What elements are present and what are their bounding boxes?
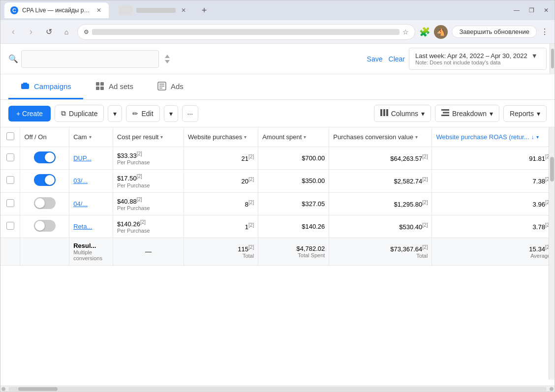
save-button[interactable]: Save: [367, 55, 383, 63]
reports-button[interactable]: Reports ▾: [503, 105, 547, 122]
duplicate-button[interactable]: ⧉ Duplicate: [55, 105, 104, 122]
footer-wp-cell: 115[2] Total: [184, 238, 258, 266]
select-all-header[interactable]: [0, 127, 20, 147]
row4-pcv-cell: $530.40[2]: [329, 215, 432, 238]
row4-roas-cell: 3.78[2]: [432, 215, 555, 238]
back-button[interactable]: ‹: [6, 25, 20, 39]
row1-checkbox[interactable]: [6, 153, 14, 161]
minimize-button[interactable]: —: [512, 6, 521, 15]
select-all-checkbox[interactable]: [6, 132, 14, 140]
address-text: [92, 29, 400, 35]
svg-rect-4: [96, 87, 99, 90]
row2-cam-link[interactable]: 03/...: [73, 177, 88, 184]
filter-scroll: [165, 55, 170, 63]
horizontal-scrollbar[interactable]: [0, 386, 555, 392]
edit-button[interactable]: ✏ Edit: [126, 105, 159, 122]
row3-cam-cell[interactable]: 04/...: [69, 192, 113, 215]
table-v-scrollbar[interactable]: [549, 127, 555, 380]
tab-active[interactable]: C CPA Live — инсайды рынка ✕: [4, 2, 109, 18]
table-header-row: Off / On Cam ▾ Cost per result ▾: [0, 127, 555, 147]
more-options-button[interactable]: ⋮: [541, 27, 549, 36]
adsets-tab[interactable]: Ad sets: [83, 74, 145, 99]
row3-checkbox[interactable]: [6, 199, 14, 207]
row4-cam-link[interactable]: Reta...: [73, 223, 92, 230]
off-on-header: Off / On: [20, 127, 69, 147]
close-button[interactable]: ✕: [542, 6, 551, 15]
create-button[interactable]: + Create: [8, 106, 51, 121]
row2-toggle-cell[interactable]: [20, 170, 69, 192]
pcv-header[interactable]: Purchases conversion value ▾: [329, 127, 432, 147]
row1-cam-link[interactable]: DUP...: [73, 154, 92, 162]
search-input[interactable]: [21, 50, 159, 68]
more-button[interactable]: ···: [182, 105, 199, 122]
cost-header[interactable]: Cost per result ▾: [113, 127, 184, 147]
row2-cam-cell[interactable]: 03/...: [69, 170, 113, 192]
row1-checkbox-cell[interactable]: [0, 147, 20, 170]
toolbar: + Create ⧉ Duplicate ▾ ✏ Edit ▾ ··· Colu…: [0, 100, 555, 127]
row3-checkbox-cell[interactable]: [0, 192, 20, 215]
row3-toggle-cell[interactable]: [20, 192, 69, 215]
roas-sort-icon: ▾: [536, 134, 539, 140]
h-scroll-track[interactable]: [8, 387, 547, 391]
row1-roas-cell: 91.81[2]: [432, 147, 555, 170]
row3-cam-link[interactable]: 04/...: [73, 200, 88, 208]
extensions-button[interactable]: 🧩: [419, 27, 430, 37]
forward-button[interactable]: ›: [24, 25, 38, 39]
row4-amount-cell: $140.26: [258, 215, 329, 238]
row4-checkbox[interactable]: [6, 222, 14, 230]
clear-button[interactable]: Clear: [389, 55, 405, 63]
edit-dropdown-button[interactable]: ▾: [164, 105, 178, 122]
row1-cost-cell: $33.33[2] Per Purchase: [113, 147, 184, 170]
update-button[interactable]: Завершить обновление: [452, 26, 537, 38]
website-purchases-header[interactable]: Website purchases ▾: [184, 127, 258, 147]
h-scroll-thumb[interactable]: [18, 387, 58, 391]
maximize-button[interactable]: ❐: [527, 6, 536, 15]
filter-bar: 🔍 Save Clear Last week: Apr 24, 2022 – A…: [0, 44, 555, 74]
row1-cam-cell[interactable]: DUP...: [69, 147, 113, 170]
row2-toggle[interactable]: [34, 174, 56, 186]
row1-toggle-cell[interactable]: [20, 147, 69, 170]
columns-button[interactable]: Columns ▾: [374, 105, 431, 122]
row4-toggle[interactable]: [34, 220, 56, 232]
h-scroll-left[interactable]: [1, 387, 5, 391]
tab-inactive[interactable]: ✕: [113, 2, 193, 18]
row1-toggle[interactable]: [34, 151, 56, 163]
cam-header[interactable]: Cam ▾: [69, 127, 113, 147]
row2-pcv-cell: $2,582.74[2]: [329, 170, 432, 192]
nav-actions: 🧩 🐴 Завершить обновление ⋮: [419, 25, 549, 39]
row2-checkbox[interactable]: [6, 176, 14, 184]
date-range-selector[interactable]: Last week: Apr 24, 2022 – Apr 30, 2022 ▼…: [409, 48, 547, 70]
row4-checkbox-cell[interactable]: [0, 215, 20, 238]
breakdown-button[interactable]: Breakdown ▾: [435, 105, 499, 122]
roas-header[interactable]: Website purchase ROAS (retur... ↓ ▾: [432, 127, 555, 147]
nav-bar: ‹ › ↺ ⌂ ⚙ ☆ 🧩 🐴 Завершить обновление ⋮: [0, 20, 555, 44]
new-tab-button[interactable]: +: [197, 3, 211, 17]
tab2-close-button[interactable]: ✕: [180, 6, 187, 14]
reload-button[interactable]: ↺: [42, 25, 56, 39]
row3-toggle[interactable]: [34, 197, 56, 209]
address-bar[interactable]: ⚙ ☆: [77, 24, 415, 40]
h-scroll-right[interactable]: [550, 387, 554, 391]
home-button[interactable]: ⌂: [60, 25, 73, 39]
row2-checkbox-cell[interactable]: [0, 170, 20, 192]
row4-toggle-cell[interactable]: [20, 215, 69, 238]
footer-cam-cell: Resul... Multiple conversions: [69, 238, 113, 266]
profiles-button[interactable]: 🐴: [434, 25, 448, 39]
amount-spent-header[interactable]: Amount spent ▾: [258, 127, 329, 147]
table-footer-row: Resul... Multiple conversions — 115[2] T…: [0, 238, 555, 266]
date-range-text: Last week: Apr 24, 2022 – Apr 30, 2022: [415, 52, 527, 60]
svg-rect-10: [380, 109, 382, 116]
svg-rect-11: [383, 109, 385, 116]
row4-cam-cell[interactable]: Reta...: [69, 215, 113, 238]
star-icon[interactable]: ☆: [402, 28, 409, 36]
footer-cost-cell: —: [113, 238, 184, 266]
ads-icon: [157, 81, 167, 91]
tab-close-button[interactable]: ✕: [95, 6, 103, 14]
campaigns-tab[interactable]: Campaigns: [8, 74, 83, 99]
edit-icon: ✏: [132, 110, 138, 118]
duplicate-dropdown-button[interactable]: ▾: [108, 105, 122, 122]
ads-tab[interactable]: Ads: [145, 74, 195, 99]
vertical-scrollbar[interactable]: [550, 44, 555, 74]
row3-wp-cell: 8[2]: [184, 192, 258, 215]
row1-pcv-cell: $64,263.57[2]: [329, 147, 432, 170]
